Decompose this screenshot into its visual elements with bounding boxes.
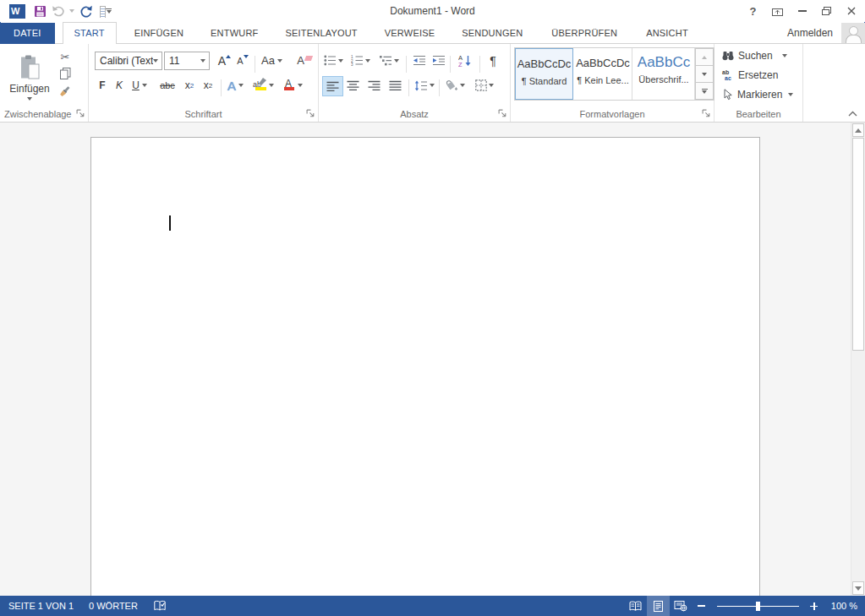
shrink-font-button[interactable]: A [234,51,251,70]
tab-ansicht[interactable]: ANSICHT [635,23,699,44]
select-button[interactable]: Markieren [722,87,793,101]
strikethrough-button[interactable]: abc [156,76,178,95]
pointer-icon [722,89,733,101]
paragraph-group-label: Absatz [319,108,510,120]
tab-sendungen[interactable]: SENDUNGEN [451,23,534,44]
scrollbar-down-button[interactable] [852,581,864,595]
account-avatar[interactable] [841,23,865,44]
change-case-button[interactable]: Aa [259,51,285,70]
styles-scroll-up-button[interactable] [695,48,714,66]
copy-button[interactable] [56,66,74,81]
text-effects-button[interactable]: A [224,76,247,95]
zoom-level-button[interactable]: 100 % [824,596,865,616]
zoom-in-button[interactable] [805,596,824,616]
save-icon [34,5,47,18]
replace-button[interactable]: ab ac Ersetzen [722,68,778,82]
undo-button[interactable] [52,1,74,21]
paste-button[interactable]: Einfügen [7,47,52,108]
increase-indent-button[interactable] [430,51,447,70]
italic-button[interactable]: K [112,76,127,95]
underline-button[interactable]: U [129,76,151,95]
scrollbar-up-button[interactable] [852,123,864,137]
align-center-button[interactable] [343,76,363,95]
format-painter-button[interactable] [54,83,74,101]
vertical-scrollbar[interactable] [851,123,865,596]
collapse-ribbon-button[interactable] [845,107,860,119]
word-logo-icon: W [9,4,25,19]
highlight-color-button[interactable]: ab [250,76,276,95]
restore-button[interactable] [814,1,839,21]
web-layout-button[interactable] [670,596,693,616]
find-button[interactable]: Suchen [722,48,787,63]
scrollbar-thumb[interactable] [852,138,864,351]
multilevel-caret-icon [394,59,399,63]
font-color-button[interactable]: A [281,76,306,95]
close-button[interactable] [839,1,863,21]
line-spacing-button[interactable] [412,76,436,95]
align-right-button[interactable] [364,76,384,95]
style-preview: AaBbCcDc [516,57,572,70]
bullets-icon [324,55,337,66]
document-canvas[interactable] [0,123,851,596]
font-size-combobox[interactable]: 11 [164,52,210,70]
bullets-button[interactable] [322,51,344,70]
print-layout-button[interactable] [647,596,670,616]
superscript-button[interactable]: x2 [200,76,216,95]
decrease-indent-button[interactable] [410,51,428,70]
clear-formatting-button[interactable]: A [294,51,315,70]
cut-scissors-icon: ✂ [61,51,70,63]
multilevel-list-button[interactable] [376,51,402,70]
word-app-icon[interactable]: W [6,1,29,21]
tab-entwurf[interactable]: ENTWURF [200,23,269,44]
document-page[interactable] [90,137,760,597]
borders-icon [475,79,487,91]
word-count-indicator[interactable]: 0 WÖRTER [81,596,145,616]
clipboard-dialog-launcher[interactable] [76,109,85,118]
font-dialog-launcher[interactable] [306,109,315,118]
borders-caret-icon [489,84,494,87]
font-name-combobox[interactable]: Calibri (Textk [95,52,162,70]
save-button[interactable] [29,1,52,21]
bold-button[interactable]: F [95,76,110,95]
cut-button[interactable]: ✂ [56,49,74,64]
styles-dialog-launcher[interactable] [702,109,711,118]
redo-icon [79,5,92,18]
style-standard[interactable]: AaBbCcDc ¶ Standard [515,48,573,100]
grow-font-button[interactable]: A [216,51,233,70]
avatar-body-icon [846,35,862,44]
tab-einfuegen[interactable]: EINFÜGEN [123,23,194,44]
zoom-out-button[interactable] [693,596,711,616]
paragraph-dialog-launcher[interactable] [498,109,507,118]
tab-verweise[interactable]: VERWEISE [374,23,446,44]
svg-text:Z: Z [458,61,463,67]
styles-more-button[interactable] [695,82,714,100]
help-button[interactable]: ? [741,1,765,21]
page-count-indicator[interactable]: SEITE 1 VON 1 [0,596,81,616]
ribbon-display-options-button[interactable] [765,1,790,21]
sign-in-link[interactable]: Anmelden [787,23,841,44]
redo-button[interactable] [74,1,97,21]
align-left-button[interactable] [322,76,343,96]
tab-seitenlayout[interactable]: SEITENLAYOUT [274,23,368,44]
minimize-button[interactable] [790,1,814,21]
tab-datei[interactable]: DATEI [0,23,55,44]
style-ueberschrift-1[interactable]: AaBbCc Überschrif... [633,48,695,100]
proofing-status-button[interactable] [145,596,174,616]
styles-scroll-down-button[interactable] [695,65,714,83]
tab-ueberpruefen[interactable]: ÜBERPRÜFEN [540,23,628,44]
sort-button[interactable]: A Z [454,51,476,70]
read-mode-button[interactable] [624,596,647,616]
style-kein-leerraum[interactable]: AaBbCcDc ¶ Kein Lee... [574,48,632,100]
show-paragraph-marks-button[interactable]: ¶ [484,51,502,70]
zoom-slider-thumb[interactable] [756,602,760,611]
scroll-up-arrow-icon [855,128,862,133]
subscript-button[interactable]: x2 [181,76,198,95]
zoom-slider[interactable] [717,606,799,607]
shading-caret-icon [460,84,465,87]
borders-button[interactable] [472,76,497,95]
justify-button[interactable] [386,76,405,95]
eraser-icon [304,56,313,61]
shading-button[interactable] [442,76,468,95]
tab-start[interactable]: START [63,22,117,44]
numbering-button[interactable]: 123 [348,51,373,70]
